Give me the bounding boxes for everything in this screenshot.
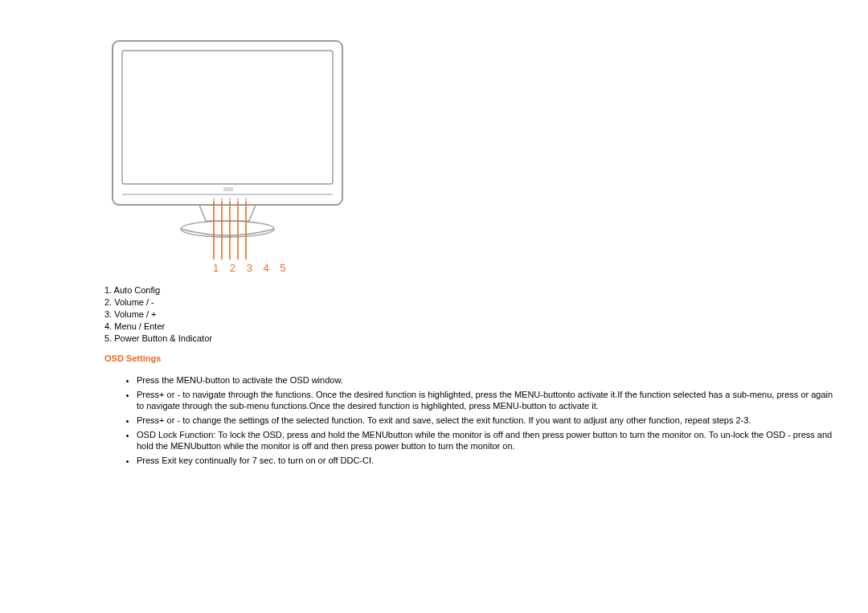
button-legend: 1. Auto Config 2. Volume / - 3. Volume /… [104,284,212,345]
diagram-button-numbers: 1 2 3 4 5 [213,262,290,274]
legend-item-3: 3. Volume / + [104,309,212,321]
legend-item-1: 1. Auto Config [104,284,212,296]
legend-item-2: 2. Volume / - [104,296,212,309]
monitor-svg [104,36,354,277]
svg-rect-3 [223,187,233,191]
svg-rect-1 [122,51,333,184]
osd-bullet-list: Press the MENU-button to activate the OS… [122,374,837,466]
osd-bullet-5: Press Exit key continually for 7 sec. to… [137,455,837,466]
osd-bullet-1: Press the MENU-button to activate the OS… [137,374,837,386]
osd-bullet-4: OSD Lock Function: To lock the OSD, pres… [137,429,837,452]
numbers-text: 1 2 3 4 5 [213,262,290,274]
legend-item-5: 5. Power Button & Indicator [104,333,212,345]
osd-settings-heading: OSD Settings [104,353,161,363]
osd-instructions: Press the MENU-button to activate the OS… [122,374,837,469]
osd-bullet-2: Press+ or - to navigate through the func… [137,389,837,411]
legend-item-4: 4. Menu / Enter [104,321,212,333]
osd-settings-heading-text: OSD Settings [104,353,161,363]
osd-bullet-3: Press+ or - to change the settings of th… [137,415,837,426]
svg-point-9 [181,221,274,237]
svg-rect-0 [113,41,342,205]
monitor-diagram [104,36,354,277]
document-page: 1 2 3 4 5 1. Auto Config 2. Volume / - 3… [0,0,868,613]
